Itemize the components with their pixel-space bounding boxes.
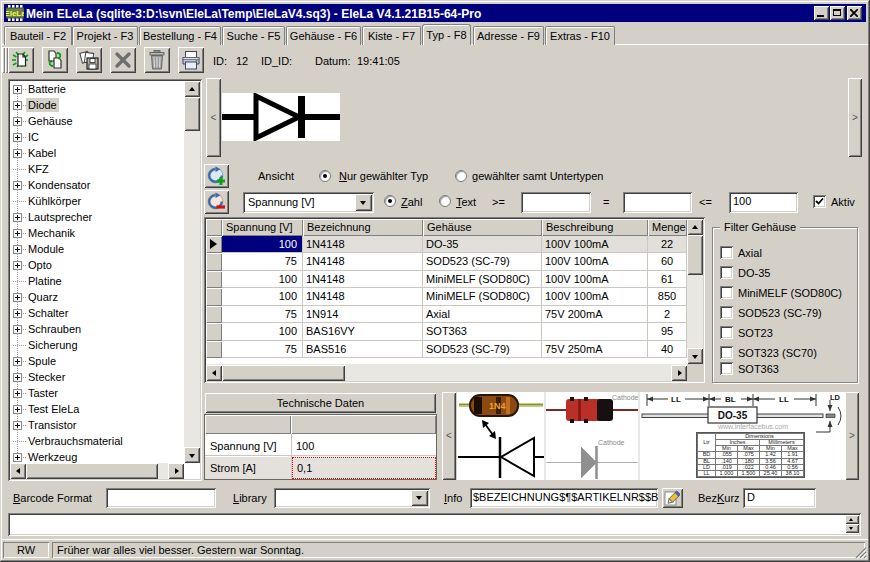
svg-text:Cathode: Cathode <box>598 439 625 446</box>
svg-text:LD: LD <box>830 393 841 402</box>
svg-text:DO-35: DO-35 <box>718 410 748 421</box>
svg-text:LL: LL <box>779 395 789 404</box>
svg-text:EleLa: EleLa <box>6 9 24 18</box>
svg-text:Cathode: Cathode <box>612 394 639 401</box>
svg-text:www.interfacebus.com: www.interfacebus.com <box>717 423 788 430</box>
svg-text:LL: LL <box>671 395 681 404</box>
svg-text:1N4: 1N4 <box>489 401 506 411</box>
svg-text:BL: BL <box>725 395 736 404</box>
